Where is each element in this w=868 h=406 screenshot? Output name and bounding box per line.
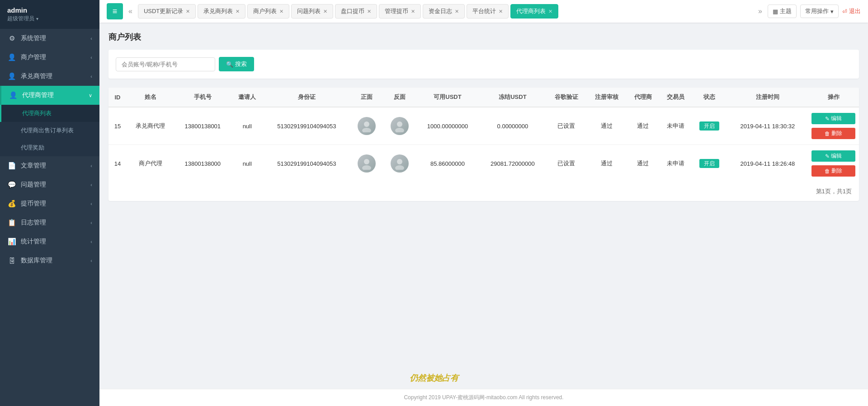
sidebar-item-issue[interactable]: 💬 问题管理 ‹ [0,175,99,194]
tab-usdt-update-label: USDT更新记录 [144,7,183,15]
sidebar-item-article[interactable]: 📄 文章管理 ‹ [0,156,99,175]
tab-manage-withdraw[interactable]: 管理提币 ✕ [379,4,421,19]
theme-button[interactable]: ▦ 主题 [768,5,797,18]
tab-next-button[interactable]: » [756,5,764,17]
tab-merchant-list[interactable]: 商户列表 ✕ [247,4,289,19]
tab-disk-close[interactable]: ✕ [367,9,371,14]
user-icon-agent-merchant: 👤 [7,72,16,80]
theme-label: 主题 [780,7,792,15]
sidebar-label-issue: 问题管理 [21,181,90,189]
tab-fund-log[interactable]: 资金日志 ✕ [423,4,465,19]
col-front: 正面 [350,88,383,107]
arrow-database: ‹ [90,258,92,263]
tab-fund-close[interactable]: ✕ [455,9,459,14]
cell-reg-review: 通过 [586,107,627,145]
topbar-right: ▦ 主题 常用操作 ▾ ⏎ 退出 [768,5,861,18]
arrow-log: ‹ [90,220,92,225]
tab-issue-list[interactable]: 问题列表 ✕ [291,4,333,19]
logout-button[interactable]: ⏎ 退出 [842,7,861,15]
status-badge: 开启 [699,121,719,131]
tab-agent-merchant[interactable]: 承兑商列表 ✕ [198,4,245,19]
delete-icon: 🗑 [825,168,830,174]
user-icon-agent: 👤 [9,91,18,99]
tab-prev-button[interactable]: « [127,5,134,17]
cell-usdt-available: 85.86000000 [416,145,479,182]
cell-inviter: null [231,145,264,182]
tab-fund-log-label: 资金日志 [429,7,452,15]
tab-manage-close[interactable]: ✕ [411,9,415,14]
sidebar-label-agent: 代理商管理 [22,91,89,99]
user-icon-merchant: 👤 [7,53,16,61]
cell-back [383,107,416,145]
cell-google: 已设置 [546,107,586,145]
sidebar-toggle-button[interactable]: ≡ [107,3,123,19]
tab-disk-withdraw[interactable]: 盘口提币 ✕ [335,4,377,19]
col-back: 反面 [383,88,416,107]
tab-agent-merchant-label: 承兑商列表 [203,7,233,15]
tab-platform-stats[interactable]: 平台统计 ✕ [467,4,509,19]
cell-phone: 13800138000 [175,145,231,182]
edit-button[interactable]: ✎编辑 [811,150,855,162]
edit-button[interactable]: ✎编辑 [811,113,855,124]
sidebar-label-withdraw: 提币管理 [21,200,90,208]
cell-usdt-available: 1000.00000000 [416,107,479,145]
log-icon: 📋 [7,219,16,227]
chevron-down-icon: ▾ [830,8,834,15]
search-icon: 🔍 [226,61,233,68]
tab-disk-withdraw-label: 盘口提币 [341,7,364,15]
page-title: 商户列表 [108,32,859,42]
tab-issue-close[interactable]: ✕ [323,9,327,14]
cell-idcard: 513029199104094053 [264,107,350,145]
col-usdt-frozen: 冻结USDT [479,88,547,107]
tab-merchant-close[interactable]: ✕ [279,9,283,14]
sidebar-label-system: 系统管理 [21,34,90,42]
col-ops: 操作 [808,88,859,107]
sidebar-subitem-agent-list[interactable]: 代理商列表 [0,105,99,122]
cell-status: 开启 [692,107,727,145]
sidebar-subitem-agent-sale[interactable]: 代理商出售订单列表 [0,122,99,139]
svg-point-0 [364,121,369,127]
tab-usdt-update-close[interactable]: ✕ [186,9,190,14]
sidebar-item-agent-merchant[interactable]: 👤 承兑商管理 ‹ [0,67,99,86]
cell-reg-time: 2019-04-11 18:26:48 [727,145,808,182]
sidebar-item-merchant[interactable]: 👤 商户管理 ‹ [0,48,99,67]
delete-button[interactable]: 🗑删除 [811,165,855,177]
cell-idcard: 513029199104094053 [264,145,350,182]
logout-label: 退出 [849,7,861,15]
search-button[interactable]: 🔍 搜索 [219,57,254,71]
col-usdt-available: 可用USDT [416,88,479,107]
sidebar-item-database[interactable]: 🗄 数据库管理 ‹ [0,251,99,270]
sidebar-header: admin 超级管理员 [0,0,99,29]
col-idcard: 身份证 [264,88,350,107]
admin-name: admin [7,6,92,14]
cell-reg-time: 2019-04-11 18:30:32 [727,107,808,145]
sidebar-item-withdraw[interactable]: 💰 提币管理 ‹ [0,194,99,213]
admin-role[interactable]: 超级管理员 [7,15,92,23]
sidebar-item-stats[interactable]: 📊 统计管理 ‹ [0,232,99,251]
col-phone: 手机号 [175,88,231,107]
arrow-agent: ∨ [89,93,92,98]
sidebar-item-log[interactable]: 📋 日志管理 ‹ [0,213,99,232]
sidebar-subitem-agent-reward[interactable]: 代理奖励 [0,139,99,156]
tab-usdt-update[interactable]: USDT更新记录 ✕ [138,4,196,19]
tab-agent-merchant-close[interactable]: ✕ [236,9,240,14]
content-area: 商户列表 🔍 搜索 ID 姓名 手机号 邀请人 身份证 正面 [99,23,868,389]
sidebar-item-system[interactable]: ⚙ 系统管理 ‹ [0,29,99,48]
sidebar-label-agent-merchant: 承兑商管理 [21,72,90,80]
tab-agent-list[interactable]: 代理商列表 ✕ [510,4,558,19]
cell-phone: 13800138001 [175,107,231,145]
search-input[interactable] [116,57,215,71]
arrow-merchant: ‹ [90,55,92,60]
tab-platform-close[interactable]: ✕ [499,9,503,14]
cell-status: 开启 [692,145,727,182]
tab-agent-list-close[interactable]: ✕ [548,9,552,14]
delete-button[interactable]: 🗑删除 [811,128,855,139]
footer-text: Copyright 2019 UPAY-蜜桃源码网-mitaobo.com Al… [404,394,563,401]
sidebar-item-agent[interactable]: 👤 代理商管理 ∨ [0,86,99,105]
table-header-row: ID 姓名 手机号 邀请人 身份证 正面 反面 可用USDT 冻结USDT 谷歌… [108,88,859,107]
sidebar-label-stats: 统计管理 [21,238,90,246]
common-ops-button[interactable]: 常用操作 ▾ [800,5,839,18]
cell-id: 15 [108,107,127,145]
cell-id: 14 [108,145,127,182]
col-trader: 交易员 [659,88,692,107]
